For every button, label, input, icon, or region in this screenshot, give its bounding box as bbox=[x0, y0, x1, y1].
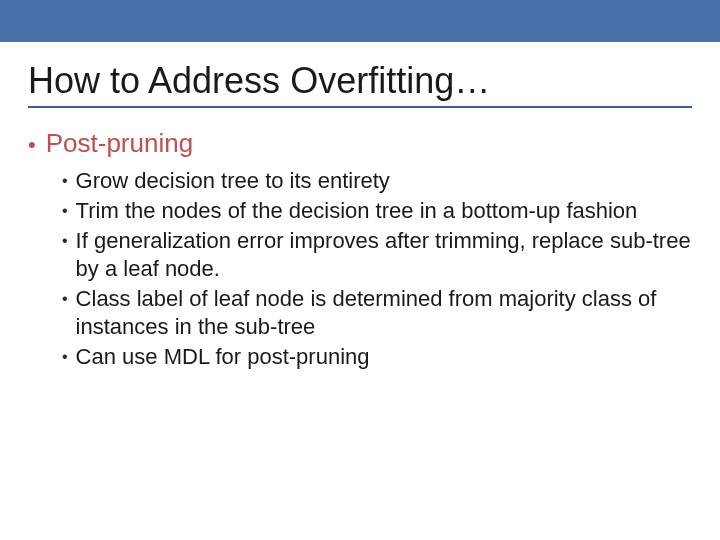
list-item: • If generalization error improves after… bbox=[62, 227, 692, 283]
header-bar bbox=[0, 0, 720, 42]
list-item-text: Can use MDL for post-pruning bbox=[76, 343, 370, 371]
list-item: • Trim the nodes of the decision tree in… bbox=[62, 197, 692, 225]
bullet-icon: • bbox=[62, 227, 68, 255]
list-item: • Can use MDL for post-pruning bbox=[62, 343, 692, 371]
bullet-icon: • bbox=[62, 167, 68, 195]
title-underline bbox=[28, 106, 692, 108]
bullet-icon: • bbox=[62, 343, 68, 371]
section-heading: Post-pruning bbox=[46, 128, 193, 159]
section-row: • Post-pruning bbox=[28, 128, 692, 159]
bullet-icon: • bbox=[28, 134, 36, 156]
slide-content: How to Address Overfitting… • Post-pruni… bbox=[0, 60, 720, 371]
bullet-icon: • bbox=[62, 285, 68, 313]
list-item: • Grow decision tree to its entirety bbox=[62, 167, 692, 195]
list-item-text: Grow decision tree to its entirety bbox=[76, 167, 390, 195]
list-item: • Class label of leaf node is determined… bbox=[62, 285, 692, 341]
list-item-text: If generalization error improves after t… bbox=[76, 227, 692, 283]
list-item-text: Class label of leaf node is determined f… bbox=[76, 285, 692, 341]
sub-list: • Grow decision tree to its entirety • T… bbox=[62, 167, 692, 371]
bullet-icon: • bbox=[62, 197, 68, 225]
list-item-text: Trim the nodes of the decision tree in a… bbox=[76, 197, 638, 225]
slide-title: How to Address Overfitting… bbox=[28, 60, 692, 102]
